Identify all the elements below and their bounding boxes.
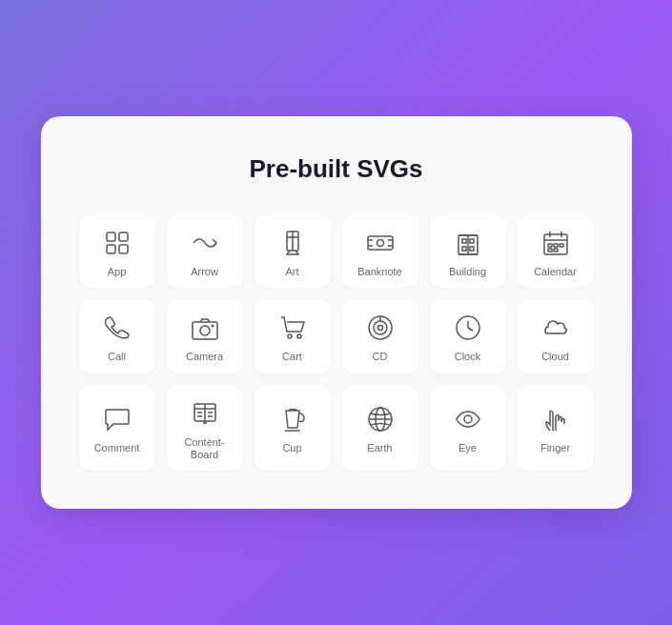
icon-cell-building[interactable]: Building: [430, 214, 506, 288]
cloud-icon: [540, 312, 571, 343]
svg-point-8: [377, 240, 383, 247]
eye-icon: [453, 404, 483, 434]
svg-line-41: [468, 328, 473, 331]
svg-rect-29: [554, 249, 558, 252]
icon-cell-cup[interactable]: Cup: [255, 385, 331, 471]
cup-icon: [277, 404, 308, 434]
svg-rect-2: [107, 245, 115, 253]
camera-label: Camera: [186, 351, 223, 363]
icon-cell-art[interactable]: Art: [255, 214, 331, 288]
cup-label: Cup: [282, 442, 301, 454]
calendar-label: Calendar: [534, 266, 577, 278]
arrow-label: Arrow: [191, 266, 218, 278]
svg-rect-30: [193, 322, 217, 339]
svg-rect-18: [462, 247, 466, 251]
svg-rect-19: [470, 247, 474, 251]
icon-cell-app[interactable]: App: [79, 214, 155, 288]
svg-point-31: [200, 326, 210, 335]
svg-point-33: [288, 334, 292, 338]
svg-rect-1: [119, 232, 128, 241]
comment-icon: [102, 404, 132, 434]
icon-cell-content-board[interactable]: Content-Board: [167, 385, 243, 471]
icon-cell-cart[interactable]: Cart: [255, 299, 331, 373]
icon-cell-cd[interactable]: CD: [342, 299, 418, 373]
svg-rect-16: [462, 239, 466, 243]
icon-grid: App Arrow Art: [79, 214, 594, 471]
svg-rect-28: [548, 249, 552, 252]
building-icon: [453, 228, 483, 258]
svg-rect-26: [554, 244, 558, 247]
svg-point-36: [374, 321, 387, 334]
comment-label: Comment: [94, 442, 140, 454]
icon-cell-cloud[interactable]: Cloud: [518, 299, 594, 373]
art-label: Art: [285, 266, 298, 278]
svg-point-32: [211, 325, 214, 328]
svg-rect-25: [548, 244, 552, 247]
cart-icon: [277, 312, 308, 343]
earth-label: Earth: [367, 442, 392, 454]
icon-cell-comment[interactable]: Comment: [79, 385, 155, 471]
clock-label: Clock: [455, 351, 481, 363]
call-label: Call: [108, 351, 126, 363]
content-board-icon: [190, 398, 220, 429]
content-board-label: Content-Board: [174, 436, 235, 461]
svg-rect-7: [368, 236, 393, 250]
call-icon: [102, 312, 132, 343]
svg-point-34: [297, 334, 301, 338]
camera-icon: [190, 312, 220, 343]
banknote-label: Banknote: [357, 266, 401, 278]
page-title: Pre-built SVGs: [79, 154, 594, 184]
icon-cell-finger[interactable]: Finger: [518, 385, 594, 471]
cd-icon: [365, 312, 396, 343]
icon-cell-call[interactable]: Call: [79, 299, 155, 373]
app-icon: [102, 228, 132, 258]
svg-rect-27: [560, 244, 563, 247]
eye-label: Eye: [458, 442, 477, 454]
svg-rect-17: [470, 239, 474, 243]
arrow-icon: [190, 228, 220, 258]
icon-cell-earth[interactable]: Earth: [342, 385, 418, 471]
calendar-icon: [540, 228, 571, 258]
art-icon: [277, 228, 308, 258]
svg-rect-0: [107, 232, 115, 241]
finger-label: Finger: [540, 442, 570, 454]
app-label: App: [108, 266, 127, 278]
icon-cell-arrow[interactable]: Arrow: [167, 214, 243, 288]
earth-icon: [365, 404, 396, 434]
cd-label: CD: [373, 351, 388, 363]
icon-cell-clock[interactable]: Clock: [430, 299, 506, 373]
icon-cell-banknote[interactable]: Banknote: [342, 214, 418, 288]
finger-icon: [540, 404, 571, 434]
clock-icon: [453, 312, 483, 343]
cloud-label: Cloud: [541, 351, 569, 363]
main-card: Pre-built SVGs App Arrow: [41, 116, 632, 509]
icon-cell-calendar[interactable]: Calendar: [518, 214, 594, 288]
banknote-icon: [365, 228, 396, 258]
icon-cell-camera[interactable]: Camera: [167, 299, 243, 373]
svg-point-37: [377, 326, 382, 331]
svg-point-55: [464, 415, 472, 423]
icon-cell-eye[interactable]: Eye: [430, 385, 506, 471]
building-label: Building: [449, 266, 486, 278]
cart-label: Cart: [282, 351, 302, 363]
svg-rect-3: [119, 245, 128, 253]
